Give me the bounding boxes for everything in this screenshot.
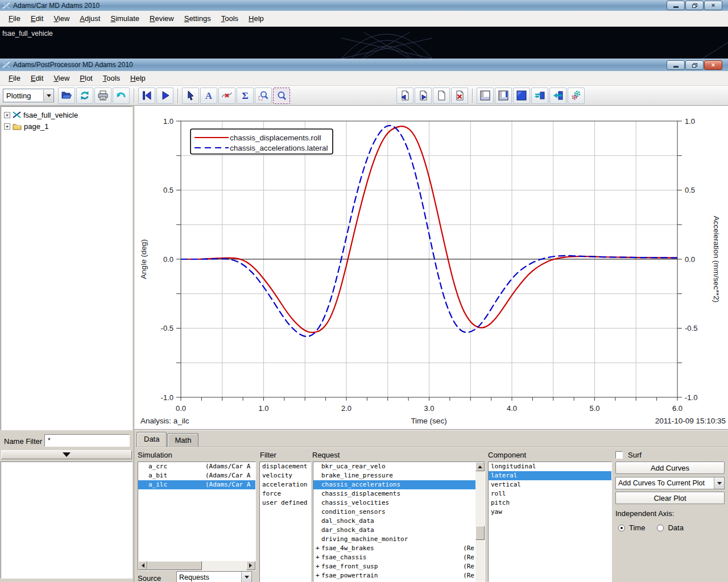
menu-view[interactable]: View xyxy=(48,13,75,24)
load-view-button[interactable] xyxy=(549,88,566,104)
settings-button[interactable] xyxy=(568,88,585,104)
clear-plot-button[interactable]: Clear Plot xyxy=(615,492,725,504)
chevron-down-icon[interactable] xyxy=(714,477,724,489)
layout-wide-button[interactable] xyxy=(495,88,512,104)
list-item[interactable]: vertical xyxy=(489,480,611,489)
list-item[interactable]: +fsae_chassis(Re xyxy=(313,553,475,562)
menu-file[interactable]: File xyxy=(3,13,26,24)
print-button[interactable] xyxy=(94,88,111,104)
pp-minimize-button[interactable] xyxy=(667,60,685,70)
layout-single-button[interactable] xyxy=(477,88,494,104)
tab-data[interactable]: Data xyxy=(136,432,167,447)
next-page-button[interactable] xyxy=(415,88,432,104)
list-item[interactable]: bkr_uca_rear_velo xyxy=(313,462,475,471)
reload-button[interactable] xyxy=(76,88,93,104)
list-item[interactable]: roll xyxy=(489,489,611,498)
list-item[interactable]: a_crc(Adams/Car A xyxy=(138,462,255,471)
menu-settings[interactable]: Settings xyxy=(179,13,216,24)
pp-toolbar: Plotting A Σ xyxy=(0,86,728,106)
surf-checkbox[interactable] xyxy=(615,451,623,459)
first-page-button[interactable] xyxy=(138,88,155,104)
list-item[interactable]: acceleration xyxy=(260,480,311,489)
menu-tools[interactable]: Tools xyxy=(98,72,125,84)
chevron-down-icon[interactable] xyxy=(43,90,53,101)
radio-data[interactable] xyxy=(657,525,664,531)
scrollbar-thumb[interactable] xyxy=(147,561,202,570)
expand-icon[interactable]: + xyxy=(4,123,10,130)
tree-collapse-button[interactable] xyxy=(1,450,132,459)
component-listbox: longitudinallateralverticalrollpitchyaw xyxy=(488,462,612,582)
car-minimize-button[interactable] xyxy=(667,1,685,10)
text-annotation-button[interactable]: A xyxy=(200,88,217,104)
tab-math[interactable]: Math xyxy=(167,433,198,447)
list-item[interactable]: condition_sensors xyxy=(313,508,475,517)
scrollbar-thumb[interactable] xyxy=(475,526,485,540)
menu-edit[interactable]: Edit xyxy=(26,72,48,84)
list-item[interactable]: +fsae_4w_brakes(Re xyxy=(313,544,475,553)
list-item[interactable]: user defined xyxy=(260,498,311,508)
list-item[interactable]: dal_shock_data xyxy=(313,517,475,526)
radio-time[interactable] xyxy=(618,525,625,531)
gears-icon xyxy=(570,90,582,101)
menu-help[interactable]: Help xyxy=(125,72,151,84)
chevron-down-icon[interactable] xyxy=(241,572,251,582)
list-item[interactable]: chassis_velocities xyxy=(313,498,475,508)
select-mode-button[interactable] xyxy=(182,88,199,104)
prev-page-button[interactable] xyxy=(396,88,413,104)
new-page-button[interactable] xyxy=(433,88,450,104)
scroll-right-button[interactable] xyxy=(246,561,255,570)
swap-view-button[interactable] xyxy=(531,88,548,104)
curve-pick-button[interactable] xyxy=(218,88,235,104)
menu-edit[interactable]: Edit xyxy=(26,13,48,24)
menu-review[interactable]: Review xyxy=(144,13,179,24)
car-close-button[interactable]: × xyxy=(704,1,722,10)
list-item[interactable]: force xyxy=(260,489,311,498)
list-item[interactable]: chassis_displacements xyxy=(313,489,475,498)
delete-page-button[interactable] xyxy=(451,88,468,104)
list-item[interactable]: +fsae_powertrain(Re xyxy=(313,571,475,580)
list-item[interactable]: longitudinal xyxy=(489,462,611,471)
list-item[interactable]: chassis_accelerations xyxy=(313,480,475,489)
tree-item-page-1[interactable]: + page_1 xyxy=(1,120,132,132)
menu-adjust[interactable]: Adjust xyxy=(75,13,105,24)
pp-restore-button[interactable] xyxy=(685,60,704,70)
list-item[interactable]: lateral xyxy=(489,471,611,480)
source-combo[interactable]: Requests xyxy=(176,571,252,582)
expand-icon[interactable]: + xyxy=(4,112,10,118)
pp-close-button[interactable]: × xyxy=(704,60,722,70)
menu-plot[interactable]: Plot xyxy=(75,72,97,84)
scroll-left-button[interactable] xyxy=(138,561,147,570)
list-item[interactable]: yaw xyxy=(489,508,611,517)
zoom-button[interactable] xyxy=(255,88,272,104)
car-restore-button[interactable] xyxy=(685,1,704,10)
list-item[interactable]: brake_line_pressure xyxy=(313,471,475,480)
list-item[interactable]: a_bit(Adams/Car A xyxy=(138,471,255,480)
scroll-up-button[interactable] xyxy=(475,462,485,471)
list-item[interactable]: +fsae_front_susp(Re xyxy=(313,562,475,571)
menu-file[interactable]: File xyxy=(3,72,26,84)
open-file-button[interactable] xyxy=(58,88,75,104)
tree-panel: + fsae_full_vehicle + page_1 Name Filter xyxy=(0,106,134,582)
zoom-area-button[interactable] xyxy=(273,88,290,104)
car-3d-viewport[interactable]: fsae_full_vehicle xyxy=(0,27,728,59)
undo-button[interactable] xyxy=(113,88,130,104)
list-item[interactable]: displacement xyxy=(260,462,311,471)
play-animation-button[interactable] xyxy=(156,88,173,104)
list-item[interactable]: velocity xyxy=(260,471,311,480)
mode-select[interactable]: Plotting xyxy=(3,89,54,102)
list-item[interactable]: dar_shock_data xyxy=(313,526,475,535)
add-curves-button[interactable]: Add Curves xyxy=(615,462,725,474)
tree-item-fsae-full-vehicle[interactable]: + fsae_full_vehicle xyxy=(1,109,132,120)
add-mode-combo[interactable]: Add Curves To Current Plot xyxy=(615,477,725,489)
menu-help[interactable]: Help xyxy=(243,13,269,24)
statistics-button[interactable]: Σ xyxy=(237,88,254,104)
menu-view[interactable]: View xyxy=(48,72,75,84)
layout-full-button[interactable] xyxy=(513,88,530,104)
list-item[interactable]: a_ilc(Adams/Car A xyxy=(138,480,255,489)
list-item[interactable]: driving_machine_monitor xyxy=(313,535,475,544)
list-item[interactable]: pitch xyxy=(489,498,611,508)
menu-tools[interactable]: Tools xyxy=(216,13,243,24)
name-filter-input[interactable] xyxy=(44,434,130,447)
menu-simulate[interactable]: Simulate xyxy=(105,13,144,24)
name-filter-row: Name Filter xyxy=(0,434,134,448)
